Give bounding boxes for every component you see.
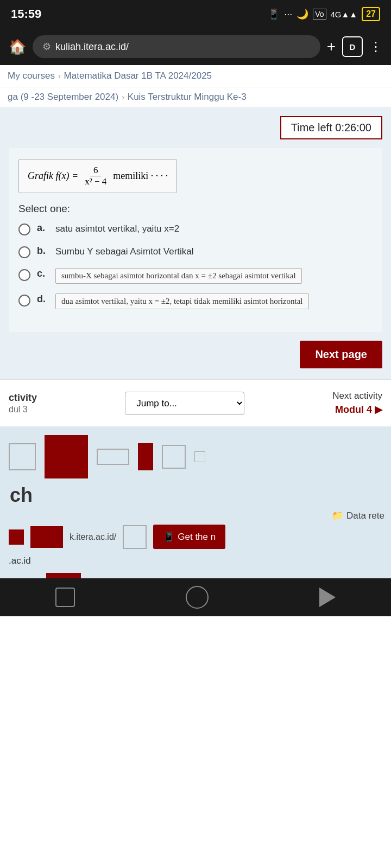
tab-label: D xyxy=(350,42,356,52)
tab-switcher-button[interactable]: D xyxy=(342,36,363,57)
ac-id-text: .ac.id xyxy=(9,556,31,566)
banner-ch-label: ch xyxy=(10,484,33,506)
formula-prefix: Grafik f(x) = xyxy=(28,170,78,182)
banner-sq-tiny-1 xyxy=(194,451,205,462)
main-content: Time left 0:26:00 Grafik f(x) = 6 x² − 4… xyxy=(0,107,391,379)
get-the-button[interactable]: 📱 Get the n xyxy=(153,525,225,549)
status-bar: 15:59 📱 ··· 🌙 Vo 4G▲▲ 27 xyxy=(0,0,391,28)
network-icon: 4G▲▲ xyxy=(331,10,358,19)
ellipsis: ··· xyxy=(284,9,292,20)
nav-square-button[interactable] xyxy=(55,588,75,607)
banner-row1 xyxy=(0,435,391,478)
footer-banner: ch 📁 Data rete k.itera.ac.id/ 📱 Get the … xyxy=(0,426,391,578)
option-c-radio[interactable] xyxy=(18,269,30,281)
banner-sq-dark-2 xyxy=(30,526,63,548)
question-card: Grafik f(x) = 6 x² − 4 memiliki · · · · … xyxy=(9,148,382,332)
banner-sq-med-outline-1 xyxy=(162,445,186,469)
new-tab-button[interactable]: + xyxy=(327,38,336,55)
banner-row2: k.itera.ac.id/ 📱 Get the n xyxy=(0,521,391,552)
fraction: 6 x² − 4 xyxy=(81,165,110,187)
data-rete-text: Data rete xyxy=(346,510,384,521)
nav-row: Next page xyxy=(9,332,382,368)
option-c-letter: c. xyxy=(37,268,49,279)
ac-id-row: .ac.id xyxy=(0,552,391,570)
option-d-row: d. dua asimtot vertikal, yaitu x = ±2, t… xyxy=(18,293,373,309)
browser-menu-button[interactable]: ⋮ xyxy=(369,39,382,54)
next-activity-label: Next activity xyxy=(332,391,382,401)
security-icon: ⚙ xyxy=(42,41,51,53)
jump-to-select[interactable]: Jump to... xyxy=(125,392,244,415)
activity-right: Next activity Modul 4 ▶ xyxy=(332,391,382,416)
option-a-letter: a. xyxy=(37,222,49,234)
banner-sq-sm-outline-1 xyxy=(97,449,129,465)
formula-box: Grafik f(x) = 6 x² − 4 memiliki · · · · xyxy=(18,159,177,193)
formula-suffix: memiliki · · · · xyxy=(113,170,168,182)
nav-back-button[interactable] xyxy=(319,588,336,607)
activity-left: ctivity dul 3 xyxy=(9,392,37,414)
banner-sq-dark-1 xyxy=(45,435,88,478)
banner-sq-outline-2 xyxy=(123,525,147,549)
fraction-display: 6 x² − 4 xyxy=(81,165,110,187)
option-b-radio[interactable] xyxy=(18,246,30,258)
moon-icon: 🌙 xyxy=(297,8,308,20)
option-a-row: a. satu asimtot vertikal, yaitu x=2 xyxy=(18,222,373,235)
breadcrumb-item-course[interactable]: Matematika Dasar 1B TA 2024/2025 xyxy=(64,71,212,81)
option-a-radio[interactable] xyxy=(18,224,30,235)
banner-sq-tiny-2 xyxy=(9,529,24,545)
breadcrumb-sep1: › xyxy=(58,72,61,80)
activity-label: ctivity xyxy=(9,392,37,404)
activity-section: ctivity dul 3 Jump to... Next activity M… xyxy=(0,379,391,426)
status-right: 📱 ··· 🌙 Vo 4G▲▲ 27 xyxy=(268,7,380,21)
banner-sq-sm-dark-1 xyxy=(138,443,153,470)
denominator: x² − 4 xyxy=(81,176,110,187)
option-d-text[interactable]: dua asimtot vertikal, yaitu x = ±2, teta… xyxy=(55,293,309,309)
option-b-row: b. Sumbu Y sebagai Asimtot Vertikal xyxy=(18,245,373,258)
breadcrumb-sep2: › xyxy=(122,93,124,101)
home-button[interactable]: 🏠 xyxy=(9,39,26,55)
breadcrumb-row2: ga (9 -23 September 2024) › Kuis Terstru… xyxy=(0,87,391,107)
bottom-nav xyxy=(0,578,391,616)
breadcrumb-item-quiz[interactable]: Kuis Terstruktur Minggu Ke-3 xyxy=(128,92,247,103)
next-page-button[interactable]: Next page xyxy=(300,341,382,368)
time-left-box: Time left 0:26:00 xyxy=(280,116,382,139)
get-the-label: Get the n xyxy=(178,532,216,542)
select-one-label: Select one: xyxy=(18,203,373,215)
whatsapp-icon: 📱 xyxy=(268,8,280,20)
battery-indicator: 27 xyxy=(362,7,380,21)
data-rete-row: 📁 Data rete xyxy=(0,510,391,521)
vo-lte-icon: Vo xyxy=(313,9,326,20)
activity-sub: dul 3 xyxy=(9,405,37,414)
url-bar[interactable]: ⚙ kuliah.itera.ac.id/ xyxy=(33,35,320,58)
breadcrumb-row1: My courses › Matematika Dasar 1B TA 2024… xyxy=(0,65,391,87)
option-c-text[interactable]: sumbu-X sebagai asimtot horizontal dan x… xyxy=(55,268,302,284)
next-activity-link[interactable]: Modul 4 ▶ xyxy=(332,404,382,416)
url-text: kuliah.itera.ac.id/ xyxy=(55,41,129,53)
footer-link-text[interactable]: k.itera.ac.id/ xyxy=(70,532,116,542)
breadcrumb-item-mycourses[interactable]: My courses xyxy=(8,71,55,81)
option-c-row: c. sumbu-X sebagai asimtot horizontal da… xyxy=(18,268,373,284)
numerator: 6 xyxy=(90,165,102,176)
phone-icon: 📱 xyxy=(163,531,174,542)
option-b-letter: b. xyxy=(37,245,49,257)
browser-bar: 🏠 ⚙ kuliah.itera.ac.id/ + D ⋮ xyxy=(0,28,391,65)
folder-icon: 📁 xyxy=(332,510,343,521)
time-left-row: Time left 0:26:00 xyxy=(9,116,382,139)
nav-circle-button[interactable] xyxy=(186,586,209,609)
option-a-text[interactable]: satu asimtot vertikal, yaitu x=2 xyxy=(55,222,179,235)
status-time: 15:59 xyxy=(11,7,41,21)
option-d-radio[interactable] xyxy=(18,295,30,307)
option-d-letter: d. xyxy=(37,293,49,305)
banner-sq-dark-3 xyxy=(46,573,81,578)
banner-row3: · xyxy=(0,570,391,578)
breadcrumb-item-week[interactable]: ga (9 -23 September 2024) xyxy=(8,92,118,103)
option-b-text[interactable]: Sumbu Y sebagai Asimtot Vertikal xyxy=(55,245,194,258)
banner-sq-outline-1 xyxy=(9,443,36,470)
